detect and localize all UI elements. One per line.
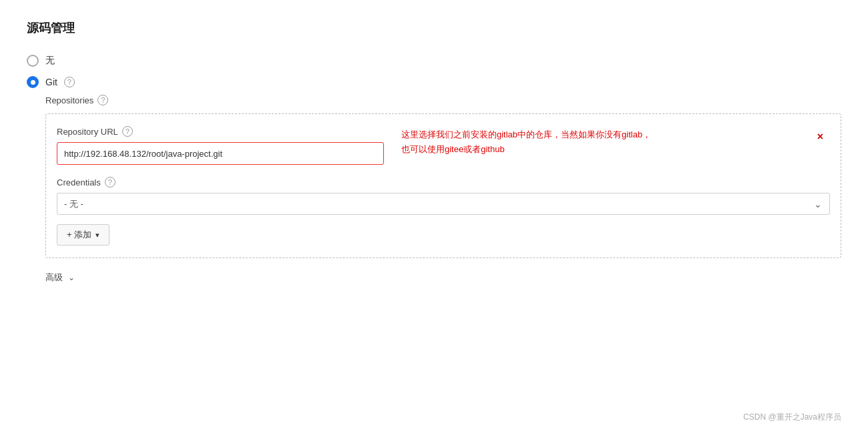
credentials-section: Credentials ? - 无 - ⌄ (57, 177, 830, 215)
add-button-label: + 添加 (67, 229, 91, 241)
page-title: 源码管理 (27, 20, 841, 36)
credentials-label-row: Credentials ? (57, 177, 830, 187)
repo-url-left: Repository URL ? (57, 126, 384, 165)
credentials-help-icon[interactable]: ? (105, 177, 116, 187)
git-help-icon[interactable]: ? (64, 77, 75, 87)
page-container: 源码管理 无 Git ? Repositories ? (0, 0, 868, 435)
repo-url-input-wrapper (57, 142, 384, 165)
radio-none[interactable]: 无 (27, 55, 841, 67)
repo-url-label: Repository URL (57, 127, 118, 137)
advanced-label[interactable]: 高级 (45, 272, 63, 284)
csdn-watermark: CSDN @重开之Java程序员 (743, 412, 841, 423)
radio-none-circle (27, 55, 39, 67)
advanced-chevron-icon: ⌄ (68, 273, 75, 282)
annotation-text: 这里选择我们之前安装的gitlab中的仓库，当然如果你没有gitlab， 也可以… (401, 127, 830, 157)
repo-url-section: Repository URL ? 这里选择我们之前安装的gitlab中的仓库，当… (57, 126, 830, 165)
repositories-label-row: Repositories ? (45, 95, 841, 105)
repo-url-input[interactable] (64, 149, 377, 159)
repositories-label: Repositories (45, 95, 93, 105)
radio-group: 无 Git ? (27, 55, 841, 88)
annotation-line1: 这里选择我们之前安装的gitlab中的仓库，当然如果你没有gitlab， (401, 129, 651, 139)
radio-git-row: Git ? (27, 76, 841, 88)
close-annotation-button[interactable]: × (817, 131, 823, 142)
repositories-dashed-box: Repository URL ? 这里选择我们之前安装的gitlab中的仓库，当… (45, 113, 841, 258)
radio-git[interactable]: Git (27, 76, 57, 88)
annotation-line2: 也可以使用gitee或者github (401, 144, 505, 154)
radio-git-label: Git (45, 77, 57, 87)
annotation-area: 这里选择我们之前安装的gitlab中的仓库，当然如果你没有gitlab， 也可以… (395, 126, 830, 165)
radio-none-label: 无 (45, 55, 55, 67)
repo-url-label-row: Repository URL ? (57, 126, 384, 137)
credentials-label: Credentials (57, 177, 101, 187)
credentials-select-wrapper: - 无 - ⌄ (57, 193, 830, 215)
add-button-chevron-icon: ▾ (95, 231, 99, 240)
credentials-select[interactable]: - 无 - (57, 193, 830, 215)
radio-git-circle (27, 76, 39, 88)
repo-url-help-icon[interactable]: ? (122, 126, 133, 137)
add-button[interactable]: + 添加 ▾ (57, 224, 110, 246)
git-section: Repositories ? Repository URL ? (45, 95, 841, 284)
repositories-help-icon[interactable]: ? (97, 95, 108, 105)
advanced-section: 高级 ⌄ (45, 272, 841, 284)
